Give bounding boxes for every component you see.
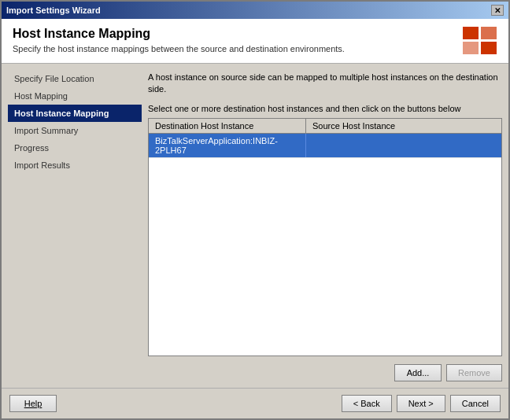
instruction-text: Select one or more destination host inst… xyxy=(148,104,502,113)
column-source: Source Host Instance xyxy=(306,119,501,133)
next-button[interactable]: Next > xyxy=(397,395,445,412)
sidebar: Specify File Location Host Mapping Host … xyxy=(8,70,142,381)
back-button[interactable]: < Back xyxy=(342,395,392,412)
footer-right: < Back Next > Cancel xyxy=(342,395,501,412)
footer-left: Help xyxy=(9,395,57,412)
page-title: Host Instance Mapping xyxy=(13,27,345,41)
logo-square-3 xyxy=(463,42,479,54)
header-area: Host Instance Mapping Specify the host i… xyxy=(2,19,508,64)
content-area: Specify File Location Host Mapping Host … xyxy=(2,64,508,388)
close-button[interactable]: ✕ xyxy=(491,5,504,16)
destination-cell: BizTalkServerApplication:INBIZ-2PLH67 xyxy=(149,134,306,157)
sidebar-item-import-results[interactable]: Import Results xyxy=(8,157,142,174)
logo-square-1 xyxy=(463,27,479,39)
help-button[interactable]: Help xyxy=(9,395,57,412)
table-row[interactable]: BizTalkServerApplication:INBIZ-2PLH67 xyxy=(149,134,501,158)
table-body[interactable]: BizTalkServerApplication:INBIZ-2PLH67 xyxy=(149,134,501,356)
column-destination: Destination Host Instance xyxy=(149,119,306,133)
header-text: Host Instance Mapping Specify the host i… xyxy=(13,27,345,53)
import-settings-wizard: Import Settings Wizard ✕ Host Instance M… xyxy=(0,0,510,420)
main-panel: A host instance on source side can be ma… xyxy=(148,70,502,381)
logo-square-4 xyxy=(481,42,497,54)
window-title: Import Settings Wizard xyxy=(6,6,101,15)
sidebar-item-host-mapping[interactable]: Host Mapping xyxy=(8,87,142,105)
description-text: A host instance on source side can be ma… xyxy=(148,70,502,98)
title-bar: Import Settings Wizard ✕ xyxy=(2,2,508,19)
add-button[interactable]: Add... xyxy=(394,364,442,381)
table-buttons: Add... Remove xyxy=(148,364,502,381)
help-label: Help xyxy=(24,399,42,408)
page-subtitle: Specify the host instance mappings betwe… xyxy=(13,44,345,53)
cancel-button[interactable]: Cancel xyxy=(450,395,501,412)
host-instance-table: Destination Host Instance Source Host In… xyxy=(148,118,502,356)
sidebar-item-host-instance-mapping[interactable]: Host Instance Mapping xyxy=(8,105,142,122)
remove-button[interactable]: Remove xyxy=(446,364,502,381)
sidebar-item-progress[interactable]: Progress xyxy=(8,139,142,157)
sidebar-item-specify-file-location[interactable]: Specify File Location xyxy=(8,70,142,87)
sidebar-item-import-summary[interactable]: Import Summary xyxy=(8,122,142,139)
logo-square-2 xyxy=(481,27,497,39)
source-cell xyxy=(306,134,501,157)
logo xyxy=(463,27,497,55)
table-header: Destination Host Instance Source Host In… xyxy=(149,119,501,134)
footer: Help < Back Next > Cancel xyxy=(2,388,508,418)
